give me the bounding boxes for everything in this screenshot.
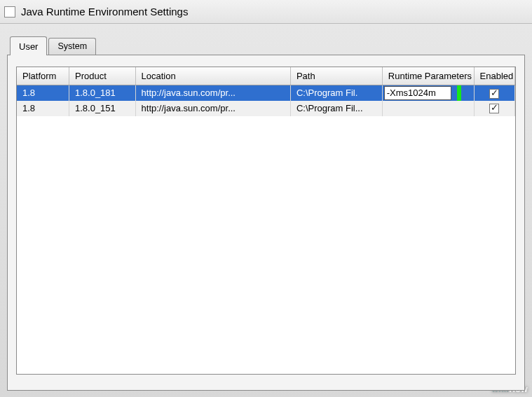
runtime-parameters-input[interactable] [384, 86, 451, 100]
tab-user[interactable]: User [10, 36, 47, 55]
cell-path[interactable]: C:\Program Fil. [290, 85, 382, 101]
jre-table-container: Platform Product Location Path Runtime P… [16, 67, 516, 375]
cell-platform[interactable]: 1.8 [17, 101, 69, 116]
cell-runtime-parameters[interactable] [382, 85, 474, 101]
tab-system-label: System [57, 41, 87, 51]
cell-enabled[interactable] [474, 101, 514, 116]
enabled-checkbox[interactable] [489, 104, 499, 113]
enabled-checkbox[interactable] [489, 89, 499, 99]
cell-platform[interactable]: 1.8 [17, 85, 69, 101]
tab-system[interactable]: System [48, 38, 96, 55]
table-row[interactable]: 1.81.8.0_151http://java.sun.com/pr...C:\… [17, 101, 515, 116]
cell-path[interactable]: C:\Program Fil... [290, 101, 382, 116]
tab-strip: User System [7, 36, 525, 55]
cell-product[interactable]: 1.8.0_151 [69, 101, 135, 116]
titlebar: Java Runtime Environment Settings [0, 0, 532, 24]
jre-table: Platform Product Location Path Runtime P… [17, 67, 515, 116]
content-area: User System Platform Product Location Pa… [0, 24, 532, 397]
col-header-location[interactable]: Location [135, 67, 290, 85]
col-header-runtime[interactable]: Runtime Parameters [382, 67, 474, 85]
col-header-path[interactable]: Path [290, 67, 382, 85]
cell-runtime-parameters[interactable] [382, 101, 474, 116]
cell-location[interactable]: http://java.sun.com/pr... [135, 85, 290, 101]
tab-panel-user: Platform Product Location Path Runtime P… [7, 55, 525, 391]
window-title: Java Runtime Environment Settings [21, 6, 188, 18]
table-row[interactable]: 1.81.8.0_181http://java.sun.com/pr...C:\… [17, 85, 515, 101]
col-header-platform[interactable]: Platform [17, 67, 69, 85]
table-body: 1.81.8.0_181http://java.sun.com/pr...C:\… [17, 85, 515, 116]
tab-user-label: User [19, 41, 38, 52]
cell-product[interactable]: 1.8.0_181 [69, 85, 135, 101]
cell-enabled[interactable] [474, 85, 514, 101]
col-header-product[interactable]: Product [69, 67, 135, 85]
col-header-enabled[interactable]: Enabled [474, 67, 514, 85]
app-icon [4, 6, 15, 18]
cell-location[interactable]: http://java.sun.com/pr... [135, 101, 290, 116]
table-header-row: Platform Product Location Path Runtime P… [17, 67, 515, 85]
